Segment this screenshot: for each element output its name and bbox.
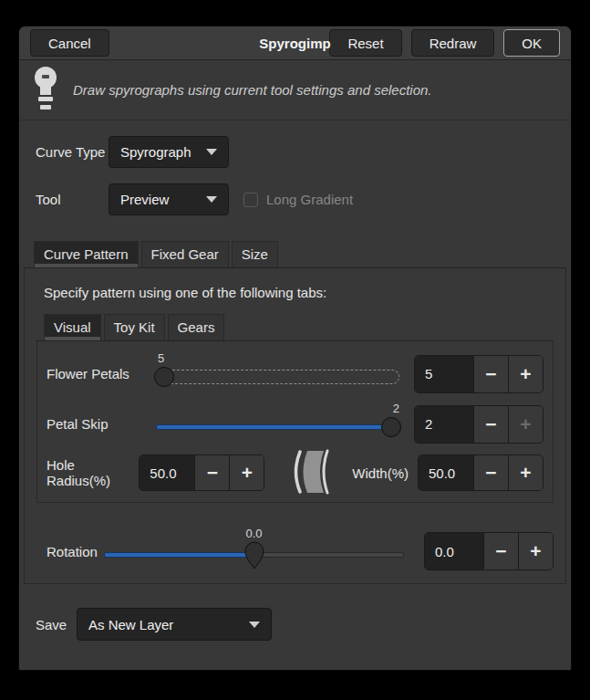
tab-size[interactable]: Size [232, 241, 278, 267]
curved-band-icon [290, 449, 330, 497]
minus-button[interactable]: − [473, 406, 508, 443]
minus-button[interactable]: − [473, 356, 508, 392]
description-text: Draw spyrographs using current tool sett… [73, 82, 432, 98]
flower-petals-handle[interactable] [154, 367, 174, 387]
tool-value: Preview [120, 192, 169, 207]
ok-button[interactable]: OK [503, 29, 560, 57]
plus-button-disabled[interactable]: + [508, 406, 543, 443]
long-gradient-checkbox[interactable] [243, 193, 258, 207]
flower-petals-slider[interactable]: 5 [156, 353, 399, 395]
petal-skip-label: Petal Skip [47, 416, 156, 432]
save-label: Save [36, 617, 77, 632]
tool-label: Tool [36, 192, 109, 207]
chevron-down-icon [206, 149, 217, 155]
long-gradient-option: Long Gradient [243, 192, 353, 207]
spyrogimp-dialog: Cancel Spyrogimp Reset Redraw OK Draw sp… [18, 26, 572, 671]
pattern-mode-notebook: Visual Toy Kit Gears Flower Petals 5 [36, 314, 554, 503]
width-label: Width(%) [352, 465, 409, 481]
hole-radius-label: Hole Radius(%) [47, 457, 139, 488]
rotation-track-empty[interactable] [254, 552, 405, 558]
curve-type-value: Spyrograph [120, 144, 191, 160]
tab-toy-kit[interactable]: Toy Kit [104, 314, 165, 340]
long-gradient-label: Long Gradient [266, 192, 353, 207]
rotation-slider[interactable]: 0.0 [104, 528, 404, 574]
plus-button[interactable]: + [508, 455, 543, 490]
flower-petals-label: Flower Petals [47, 366, 156, 381]
inner-tab-bar: Visual Toy Kit Gears [36, 314, 554, 341]
petal-skip-input[interactable]: 2 [415, 406, 473, 443]
pattern-notebook: Curve Pattern Fixed Gear Size Specify pa… [24, 241, 566, 584]
hole-radius-row: Hole Radius(%) 50.0 − + [47, 449, 543, 496]
petal-skip-slider-value: 2 [393, 402, 399, 415]
rotation-label: Rotation [47, 544, 104, 559]
petal-skip-track[interactable] [156, 424, 396, 430]
save-dropdown[interactable]: As New Layer [77, 608, 272, 641]
save-value: As New Layer [88, 617, 173, 632]
rotation-slider-value: 0.0 [245, 527, 262, 540]
specify-text: Specify pattern using one of the followi… [44, 285, 554, 300]
reset-button[interactable]: Reset [329, 29, 401, 57]
rotation-track-filled[interactable] [104, 552, 254, 558]
description-row: Draw spyrographs using current tool sett… [19, 60, 571, 120]
rotation-input[interactable]: 0.0 [425, 533, 483, 569]
save-row: Save As New Layer [36, 608, 571, 641]
width-input[interactable]: 50.0 [419, 455, 473, 490]
plus-button[interactable]: + [518, 533, 553, 569]
flower-petals-slider-value: 5 [158, 351, 164, 365]
cancel-button[interactable]: Cancel [30, 29, 109, 57]
chevron-down-icon [206, 196, 217, 203]
flower-petals-spinbox: 5 − + [414, 355, 543, 393]
tab-fixed-gear[interactable]: Fixed Gear [141, 241, 229, 267]
plus-button[interactable]: + [508, 356, 543, 392]
rotation-spinbox: 0.0 − + [424, 532, 554, 570]
petal-skip-slider[interactable]: 2 [156, 403, 399, 445]
visual-panel: Flower Petals 5 5 − + [36, 341, 554, 503]
tool-dropdown[interactable]: Preview [109, 183, 229, 215]
outer-tab-bar: Curve Pattern Fixed Gear Size [24, 241, 566, 268]
curve-type-dropdown[interactable]: Spyrograph [109, 136, 229, 168]
minus-button[interactable]: − [473, 455, 508, 490]
tab-gears[interactable]: Gears [168, 314, 225, 340]
petal-skip-handle[interactable] [381, 417, 401, 437]
lightbulb-icon [32, 66, 59, 114]
flower-petals-input[interactable]: 5 [415, 356, 473, 392]
plus-button[interactable]: + [229, 455, 264, 490]
header-bar: Cancel Spyrogimp Reset Redraw OK [19, 26, 571, 60]
flower-petals-track[interactable] [156, 370, 399, 384]
flower-petals-row: Flower Petals 5 5 − + [47, 349, 543, 399]
tool-row: Tool Preview Long Gradient [36, 183, 571, 215]
rotation-handle[interactable] [244, 541, 264, 572]
curve-type-label: Curve Type [36, 144, 109, 160]
petal-skip-spinbox: 2 − + [414, 405, 543, 444]
curve-type-row: Curve Type Spyrograph [36, 136, 571, 168]
hole-radius-spinbox: 50.0 − + [139, 454, 264, 491]
dialog-title: Spyrogimp [259, 26, 330, 60]
petal-skip-row: Petal Skip 2 2 − + [47, 399, 543, 449]
chevron-down-icon [249, 622, 260, 628]
width-spinbox: 50.0 − + [418, 454, 543, 491]
redraw-button[interactable]: Redraw [411, 29, 495, 57]
curve-pattern-panel: Specify pattern using one of the followi… [24, 268, 566, 584]
hole-radius-input[interactable]: 50.0 [140, 455, 194, 490]
minus-button[interactable]: − [483, 533, 518, 569]
tab-curve-pattern[interactable]: Curve Pattern [34, 241, 139, 268]
minus-button[interactable]: − [194, 455, 229, 490]
rotation-row: Rotation 0.0 0.0 − + [36, 528, 554, 574]
tab-visual[interactable]: Visual [44, 314, 101, 341]
